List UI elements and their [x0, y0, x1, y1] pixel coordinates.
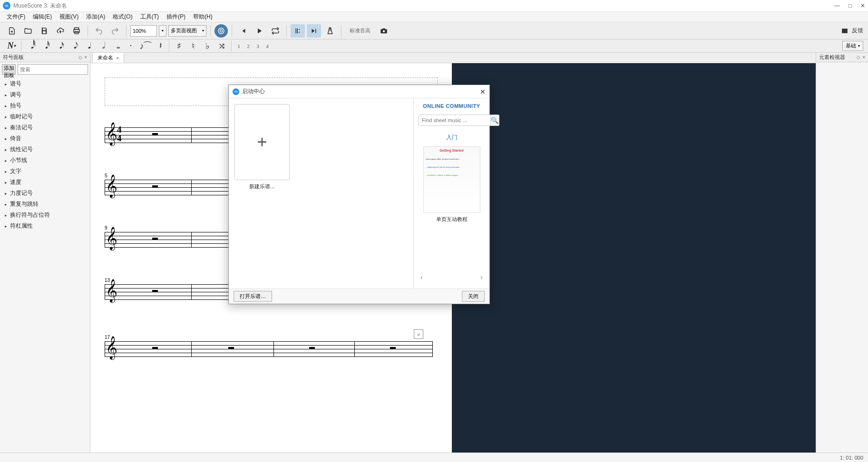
new-file-button[interactable]: [5, 24, 19, 38]
feedback-link[interactable]: 反馈: [840, 27, 863, 35]
svg-point-4: [220, 29, 222, 32]
flat-button[interactable]: ♭: [201, 40, 214, 52]
page-break-marker[interactable]: ↲: [414, 329, 423, 339]
prev-arrow[interactable]: ‹: [420, 273, 423, 281]
palette-search-input[interactable]: [18, 64, 88, 75]
note-16th[interactable]: 𝅘𝅥𝅯: [53, 40, 66, 52]
dialog-titlebar[interactable]: m 启动中心 ✕: [229, 85, 489, 98]
save-button[interactable]: [37, 24, 51, 38]
redo-button[interactable]: [108, 24, 122, 38]
concert-pitch-toggle[interactable]: [215, 24, 228, 38]
voice-3[interactable]: 3: [254, 40, 262, 52]
community-search-button[interactable]: 🔍: [491, 115, 499, 126]
note-input-mode-button[interactable]: N▾: [5, 40, 18, 52]
palette-item[interactable]: 速度: [0, 177, 90, 188]
separator: [341, 25, 341, 37]
dialog-close-button[interactable]: ✕: [480, 88, 486, 96]
svg-rect-9: [315, 29, 316, 33]
menu-format[interactable]: 格式(O): [109, 12, 136, 22]
close-button[interactable]: ✕: [860, 2, 865, 9]
palette-item[interactable]: 换行符与占位符: [0, 210, 90, 221]
score-tab[interactable]: 未命名 ×: [92, 52, 124, 63]
view-mode-dropdown[interactable]: 多页面视图▾: [168, 25, 206, 37]
palette-item[interactable]: 调号: [0, 89, 90, 100]
palette-item[interactable]: 拍号: [0, 100, 90, 111]
palette-item[interactable]: 倚音: [0, 133, 90, 144]
staff-system: 17 𝄞: [105, 341, 433, 356]
menu-file[interactable]: 文件(F): [3, 12, 29, 22]
menu-add[interactable]: 添加(A): [82, 12, 109, 22]
note-8th[interactable]: 𝅘𝅥𝅮: [67, 40, 80, 52]
dialog-title-text: 启动中心: [242, 87, 265, 96]
sharp-button[interactable]: ♯: [172, 40, 185, 52]
panel-undock-icon[interactable]: ◇: [857, 55, 860, 60]
loop-button[interactable]: [268, 24, 283, 38]
app-icon: m: [3, 2, 10, 10]
palette-item[interactable]: 临时记号: [0, 111, 90, 122]
natural-button[interactable]: ♮: [186, 40, 200, 52]
community-search-input[interactable]: [419, 115, 491, 126]
zoom-dropdown[interactable]: ▾: [159, 25, 166, 37]
print-button[interactable]: [69, 24, 84, 38]
pan-playback-button[interactable]: [307, 24, 321, 38]
dialog-close-footer-button[interactable]: 关闭: [462, 291, 485, 302]
panel-undock-icon[interactable]: ◇: [78, 55, 82, 60]
concert-pitch-label[interactable]: 标准音高: [345, 25, 375, 37]
separator: [88, 25, 88, 37]
inspector-panel-title: 元素检视器: [819, 54, 845, 61]
metronome-button[interactable]: [323, 24, 337, 38]
palette-item[interactable]: 线性记号: [0, 144, 90, 155]
voice-1[interactable]: 1: [234, 40, 243, 52]
cloud-save-button[interactable]: [53, 24, 68, 38]
separator: [210, 25, 211, 37]
next-arrow[interactable]: ›: [480, 273, 483, 281]
note-input-toolbar: N▾ 𝅘𝅥𝅱 𝅘𝅥𝅰 𝅘𝅥𝅯 𝅘𝅥𝅮 𝅘𝅥 𝅗𝅥 𝅝 · ♪⁀ 𝄽 ♯ ♮ ♭ …: [0, 39, 868, 53]
play-repeat-button[interactable]: [291, 24, 305, 38]
note-rest[interactable]: 𝄽: [153, 40, 166, 52]
voice-4[interactable]: 4: [263, 40, 272, 52]
palette-item[interactable]: 谱号: [0, 78, 90, 89]
open-file-button[interactable]: [21, 24, 35, 38]
palette-item[interactable]: 文字: [0, 166, 90, 177]
note-64th[interactable]: 𝅘𝅥𝅱: [24, 40, 38, 52]
palette-item[interactable]: 重复与跳转: [0, 199, 90, 210]
workspace-label: 基础: [846, 42, 856, 49]
new-score-card[interactable]: +: [234, 104, 290, 180]
add-palette-button[interactable]: 添加面板: [2, 64, 16, 75]
workspace-dropdown[interactable]: 基础▾: [842, 41, 863, 51]
open-score-button[interactable]: 打开乐谱…: [234, 291, 272, 302]
palette-item[interactable]: 力度记号: [0, 188, 90, 199]
tutorial-thumbnail[interactable]: Getting Started Lorem ipsum dolor sit am…: [423, 146, 480, 213]
undo-button[interactable]: [92, 24, 106, 38]
voice-2[interactable]: 2: [244, 40, 253, 52]
screenshot-button[interactable]: [377, 24, 391, 38]
inspector-panel-header: 元素检视器 ◇ ×: [816, 53, 868, 62]
palette-item[interactable]: 符杠属性: [0, 221, 90, 231]
flip-button[interactable]: ⤭: [215, 40, 228, 52]
treble-clef-icon: 𝄞: [106, 280, 117, 300]
menu-view[interactable]: 视图(V): [56, 12, 82, 22]
minimize-button[interactable]: —: [834, 2, 840, 9]
palette-item[interactable]: 奏法记号: [0, 122, 90, 133]
panel-close-icon[interactable]: ×: [84, 55, 87, 60]
play-button[interactable]: [252, 24, 266, 38]
note-tie[interactable]: ♪⁀: [138, 40, 152, 52]
dialog-title: m 启动中心: [233, 87, 480, 96]
maximize-button[interactable]: □: [848, 2, 852, 9]
tab-close-icon[interactable]: ×: [116, 55, 119, 61]
menu-help[interactable]: 帮助(H): [189, 12, 216, 22]
note-dot[interactable]: ·: [124, 40, 137, 52]
menu-edit[interactable]: 编辑(E): [29, 12, 56, 22]
note-quarter[interactable]: 𝅘𝅥: [81, 40, 95, 52]
tab-label: 未命名: [98, 54, 113, 61]
note-half[interactable]: 𝅗𝅥: [96, 40, 109, 52]
menu-tools[interactable]: 工具(T): [137, 12, 163, 22]
palette-item[interactable]: 小节线: [0, 155, 90, 166]
rewind-button[interactable]: [236, 24, 250, 38]
panel-close-icon[interactable]: ×: [862, 55, 865, 60]
separator: [231, 40, 232, 52]
zoom-input[interactable]: [130, 25, 157, 37]
menu-plugins[interactable]: 插件(P): [163, 12, 189, 22]
note-32nd[interactable]: 𝅘𝅥𝅰: [39, 40, 52, 52]
note-whole[interactable]: 𝅝: [110, 40, 123, 52]
